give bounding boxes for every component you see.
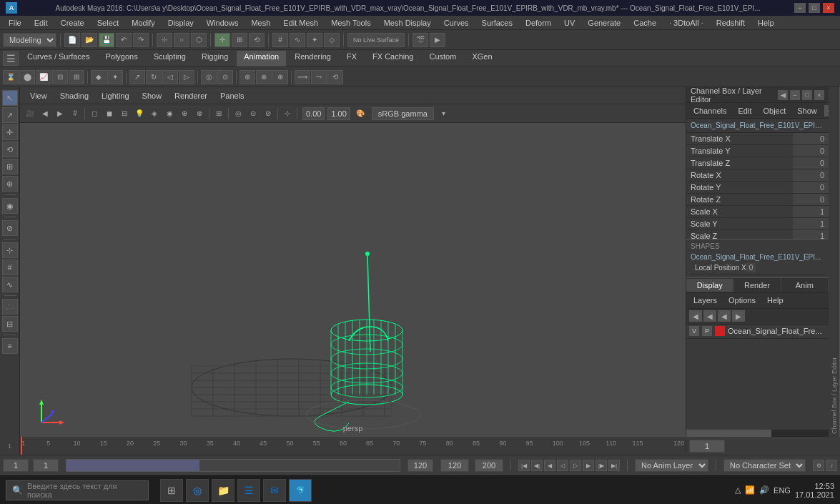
menu-deform[interactable]: Deform	[520, 17, 557, 29]
cm-channels[interactable]: Channels	[689, 105, 731, 117]
anim-dope-btn[interactable]: ⊟	[52, 70, 68, 84]
new-scene-btn[interactable]: 📄	[64, 33, 80, 47]
vt-grid-btn[interactable]: #	[68, 107, 82, 121]
paint-select-btn[interactable]: ↗	[2, 107, 18, 123]
char-set-select[interactable]: No Character Set	[723, 459, 806, 472]
save-scene-btn[interactable]: 💾	[99, 33, 114, 47]
tray-network-icon[interactable]: 📶	[745, 485, 755, 495]
anim-post-btn[interactable]: ▷	[179, 70, 194, 84]
anim-onion-btn[interactable]: ⊙	[217, 70, 233, 84]
channel-rotate-y[interactable]: Rotate Y 0	[686, 182, 829, 194]
vt-aa-btn[interactable]: ⊗	[192, 107, 207, 121]
anim-blend-btn[interactable]: ⊕	[272, 70, 288, 84]
anim-trax-btn[interactable]: ⊞	[69, 70, 84, 84]
vt-camera-btn[interactable]: 🎥	[23, 107, 37, 121]
vt-prev-btn[interactable]: ◀	[38, 107, 52, 121]
tab-animation[interactable]: Animation	[237, 51, 286, 66]
vt-wireframe-btn[interactable]: ◻	[87, 107, 102, 121]
current-frame-input[interactable]	[689, 440, 725, 453]
menu-file[interactable]: File	[3, 17, 27, 29]
channel-rotate-z[interactable]: Rotate Z 0	[686, 194, 829, 206]
bookmarks-btn[interactable]: ⊟	[2, 316, 18, 332]
vp-menu-shading[interactable]: Shading	[54, 90, 94, 102]
tab-xgen[interactable]: XGen	[465, 51, 499, 66]
menu-mesh-tools[interactable]: Mesh Tools	[325, 17, 376, 29]
snap-grid2-btn[interactable]: #	[2, 260, 18, 275]
menu-mesh-display[interactable]: Mesh Display	[378, 17, 437, 29]
ch-rotate-z-value[interactable]: 0	[793, 194, 829, 205]
vt-shadow-btn[interactable]: ◈	[147, 107, 162, 121]
channel-scale-y[interactable]: Scale Y 1	[686, 218, 829, 230]
vt-textured-btn[interactable]: ⊟	[117, 107, 132, 121]
taskbar-explorer-btn[interactable]: 📁	[212, 479, 234, 502]
channel-translate-y[interactable]: Translate Y 0	[686, 145, 829, 157]
range-end-input[interactable]	[475, 459, 503, 472]
tab-rendering[interactable]: Rendering	[287, 51, 338, 66]
current-frame-input2[interactable]	[33, 459, 59, 472]
vp-menu-lighting[interactable]: Lighting	[96, 90, 135, 102]
menu-3dtoall[interactable]: · 3DtoAll ·	[663, 17, 709, 29]
anim-tangent-btn[interactable]: ↗	[129, 70, 145, 84]
anim-del-key-btn[interactable]: ✦	[107, 70, 123, 84]
ch-scale-z-value[interactable]: 1	[793, 230, 829, 239]
snap-curve-btn[interactable]: ∿	[290, 33, 305, 47]
le-options-menu[interactable]: Options	[724, 295, 760, 306]
vt-next-btn[interactable]: ▶	[53, 107, 67, 121]
cm-show[interactable]: Show	[793, 105, 821, 117]
le-layers-menu[interactable]: Layers	[689, 295, 721, 306]
vt-snap-btn[interactable]: ⊹	[280, 107, 295, 121]
step-fwd-btn[interactable]: |▶	[596, 460, 607, 471]
anim-pre-btn[interactable]: ◁	[162, 70, 178, 84]
vt-isolate-btn[interactable]: ◎	[231, 107, 245, 121]
menu-uv[interactable]: UV	[558, 17, 580, 29]
taskbar-maya-btn[interactable]: 🐬	[289, 479, 312, 502]
select-tool-btn[interactable]: ⊹	[157, 33, 172, 47]
vp-menu-renderer[interactable]: Renderer	[169, 90, 213, 102]
minimize-button[interactable]: −	[794, 3, 806, 13]
end-frame-input[interactable]	[407, 459, 433, 472]
lasso-btn[interactable]: ○	[174, 33, 189, 47]
menu-create[interactable]: Create	[55, 17, 90, 29]
tray-lang-label[interactable]: ENG	[774, 486, 791, 495]
tab-curves-surfaces[interactable]: Curves / Surfaces	[20, 51, 97, 66]
anim-deform-btn[interactable]: ⊗	[256, 70, 272, 84]
vt-ssao-btn[interactable]: ◉	[162, 107, 177, 121]
snap-grid-btn[interactable]: #	[272, 33, 288, 47]
vt-hud-btn[interactable]: ⊞	[212, 107, 226, 121]
channel-scale-z[interactable]: Scale Z 1	[686, 230, 829, 239]
scale-mode-btn[interactable]: ⊞	[2, 159, 18, 174]
dra-anim-tab[interactable]: Anim	[781, 279, 829, 292]
goto-end-btn[interactable]: ▶|	[608, 460, 620, 471]
layer-scrollbar[interactable]	[686, 430, 829, 437]
start-frame-input[interactable]	[3, 459, 29, 472]
menu-display[interactable]: Display	[162, 17, 199, 29]
menu-curves[interactable]: Curves	[438, 17, 475, 29]
range-slider[interactable]	[66, 459, 400, 472]
cb-minimize-btn[interactable]: −	[790, 90, 800, 100]
menu-surfaces[interactable]: Surfaces	[476, 17, 518, 29]
lc-prev2-btn[interactable]: ◀	[703, 310, 716, 322]
cm-object[interactable]: Object	[759, 105, 790, 117]
channel-translate-x[interactable]: Translate X 0	[686, 133, 829, 145]
anim-constraint-btn[interactable]: ⊛	[239, 70, 255, 84]
soft-select-btn[interactable]: ◉	[2, 198, 18, 214]
vp-menu-show[interactable]: Show	[137, 90, 168, 102]
snap-point-btn[interactable]: ✦	[307, 33, 322, 47]
maximize-button[interactable]: □	[809, 3, 820, 13]
anim-cycle-btn[interactable]: ↻	[146, 70, 162, 84]
menu-cache[interactable]: Cache	[628, 17, 662, 29]
tab-polygons[interactable]: Polygons	[98, 51, 144, 66]
tl-settings-btn[interactable]: ⚙	[813, 460, 824, 471]
anim-ghost-btn[interactable]: ◎	[201, 70, 217, 84]
play-fwd-btn[interactable]: ▷	[570, 460, 581, 471]
layer-pick-toggle[interactable]: P	[702, 326, 712, 336]
tab-fx[interactable]: FX	[340, 51, 364, 66]
tab-custom[interactable]: Custom	[423, 51, 464, 66]
viewport[interactable]: persp	[20, 123, 686, 437]
move-mode-btn[interactable]: ✛	[2, 124, 18, 140]
vt-gamma-label[interactable]: sRGB gamma	[372, 107, 434, 120]
vt-light-btn[interactable]: 💡	[132, 107, 147, 121]
vp-menu-panels[interactable]: Panels	[214, 90, 250, 102]
ipr-btn[interactable]: ▶	[430, 33, 445, 47]
taskbar-windows-btn[interactable]: ⊞	[160, 479, 183, 502]
